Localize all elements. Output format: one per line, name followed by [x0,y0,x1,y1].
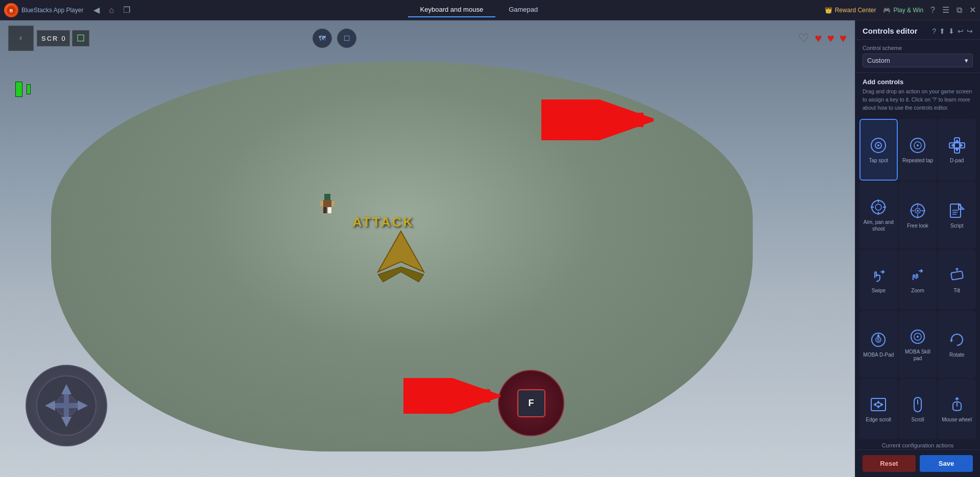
control-moba-skill[interactable]: MOBA Skill pad [899,311,937,378]
edge-scroll-label: Edge scroll [866,416,891,423]
restore-button[interactable]: ⧉ [957,6,962,15]
svg-point-36 [875,204,881,210]
svg-rect-17 [55,403,78,408]
sidebar-import-button[interactable]: ⬆ [939,27,945,35]
control-mouse-wheel[interactable]: Mouse wheel [938,379,976,439]
menu-button[interactable]: ☰ [942,5,949,15]
scroll-icon [909,396,926,413]
free-look-icon [909,202,926,219]
app-logo: B [4,3,18,17]
control-rotate[interactable]: Rotate [938,311,976,378]
svg-text:B: B [10,8,13,13]
top-bar-right: 👑 Reward Center 🎮 Play & Win ? ☰ ⧉ ✕ [825,5,976,15]
heart-4: ♥ [840,31,847,45]
control-zoom[interactable]: Zoom [899,249,937,310]
sidebar-help-button[interactable]: ? [932,27,936,35]
rotate-icon [948,331,966,348]
mana-bar [27,84,31,94]
svg-marker-34 [960,143,963,147]
windows-button[interactable]: ❐ [120,4,133,16]
control-tilt[interactable]: Tilt [938,249,976,310]
help-button[interactable]: ? [930,6,935,15]
free-look-label: Free look [907,222,928,229]
control-dpad[interactable]: D-pad [938,119,976,180]
edge-scroll-icon [870,396,887,413]
hud-top: ⏸ SCR 0 ☐ 🗺 ☐ [0,20,855,56]
tap-spot-label: Tap spot [869,157,888,164]
control-free-look[interactable]: Free look [899,182,937,248]
back-button[interactable]: ◀ [90,4,103,16]
heart-2: ♥ [815,31,822,45]
arrow-to-shoot [403,378,500,416]
hud-center: 🗺 ☐ [313,29,356,48]
svg-marker-31 [955,139,959,142]
svg-rect-4 [323,207,327,213]
save-button[interactable]: Save [920,455,973,472]
control-aim-pan-shoot[interactable]: Aim, pan and shoot [859,182,898,248]
svg-marker-62 [950,340,953,342]
control-script[interactable]: Script [938,182,976,248]
score-label: SCR [41,35,58,42]
hud-score-boxes: SCR 0 ☐ [37,30,89,46]
pause-icon: ⏸ [18,36,23,41]
repeated-tap-label: Repeated tap [902,157,933,164]
svg-point-61 [917,336,919,338]
attack-area: ATTACK [352,214,429,284]
control-edge-scroll[interactable]: Edge scroll [859,379,898,439]
sidebar-title: Controls editor [863,27,918,35]
svg-marker-33 [951,143,954,147]
svg-marker-67 [880,403,883,407]
score-value: 0 [61,35,65,42]
shoot-button[interactable]: F [498,370,564,436]
main-area: ⏸ SCR 0 ☐ 🗺 ☐ [0,20,980,477]
control-scroll[interactable]: Scroll [899,379,937,439]
svg-marker-65 [876,406,880,409]
level-value: ☐ [77,33,85,44]
moba-skill-icon [909,328,926,345]
stat-bars [15,82,31,97]
tilt-icon [948,267,966,284]
game-viewport: ⏸ SCR 0 ☐ 🗺 ☐ [0,20,855,477]
heart-3: ♥ [827,31,834,45]
dpad-control[interactable] [26,365,107,446]
add-controls-desc: Drag and drop an action on your game scr… [863,88,973,112]
control-scheme-section: Control scheme Custom ▾ [855,40,980,73]
mouse-wheel-label: Mouse wheel [942,416,972,423]
tab-gamepad[interactable]: Gamepad [496,3,550,17]
sidebar-export-button[interactable]: ⬇ [948,27,954,35]
play-win[interactable]: 🎮 Play & Win [883,7,923,14]
reward-center[interactable]: 👑 Reward Center [825,7,876,14]
dpad-icon [948,137,966,154]
control-moba-dpad[interactable]: 5 MOBA D-Pad [859,311,898,378]
moba-dpad-icon: 5 [870,331,887,348]
moba-dpad-label: MOBA D-Pad [863,352,894,358]
swipe-label: Swipe [872,287,886,294]
tap-spot-icon [870,137,887,154]
svg-marker-8 [378,231,424,272]
svg-rect-6 [320,201,323,206]
top-bar: B BlueStacks App Player ◀ ⌂ ❐ Keyboard a… [0,0,980,20]
aim-pan-shoot-label: Aim, pan and shoot [862,219,895,232]
sidebar-redo-button[interactable]: ↪ [967,27,973,35]
heart-1: ♡ [798,31,809,45]
sword-icon [373,226,429,284]
actions-label: Current configuration actions [855,439,980,449]
sidebar-undo-button[interactable]: ↩ [958,27,964,35]
close-button[interactable]: ✕ [969,5,976,15]
inventory-icon: ☐ [337,29,356,48]
control-repeated-tap[interactable]: ··· Repeated tap [899,119,937,180]
zoom-icon [909,267,926,284]
svg-marker-32 [955,148,959,152]
game-hud: ⏸ SCR 0 ☐ 🗺 ☐ [0,20,855,477]
dropdown-arrow-icon: ▾ [965,57,968,64]
control-tap-spot[interactable]: Tap spot [859,119,898,180]
control-swipe[interactable]: Swipe [859,249,898,310]
svg-point-43 [917,210,919,212]
dpad-label: D-pad [950,157,964,164]
scheme-dropdown[interactable]: Custom ▾ [863,54,973,67]
aim-pan-shoot-icon [870,198,887,216]
sidebar-bottom: Current configuration actions Reset Save [855,439,980,477]
tab-keyboard-mouse[interactable]: Keyboard and mouse [408,3,496,17]
home-button[interactable]: ⌂ [106,5,117,16]
reset-button[interactable]: Reset [863,455,916,472]
